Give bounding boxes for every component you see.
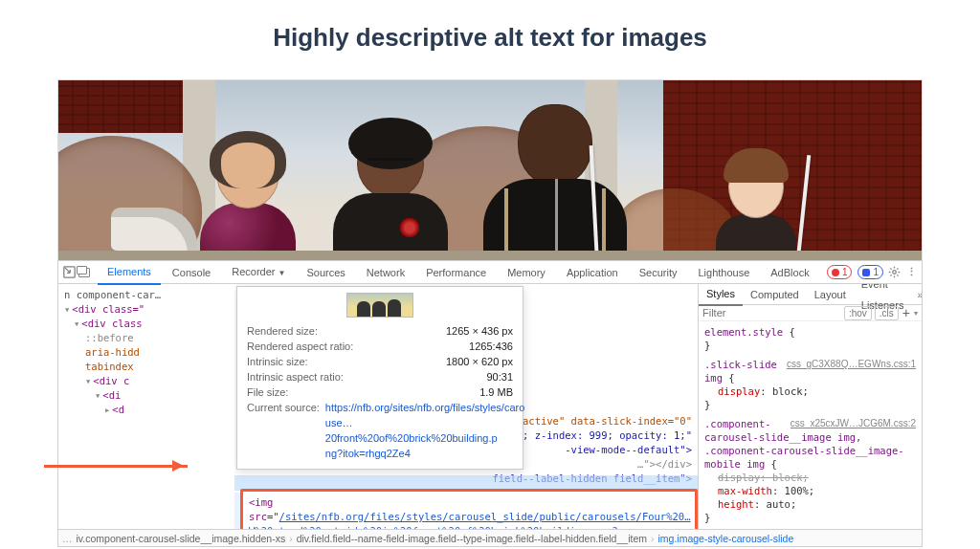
callout-arrow-icon (44, 465, 188, 468)
tab-sources[interactable]: Sources (297, 261, 354, 284)
devtools-tabbar: Elements Console Recorder ▼ Sources Netw… (58, 261, 922, 284)
hov-toggle[interactable]: :hov (844, 306, 872, 320)
tab-console[interactable]: Console (163, 261, 220, 284)
tab-elements[interactable]: Elements (98, 260, 161, 285)
tab-performance[interactable]: Performance (416, 261, 496, 284)
svg-point-1 (893, 271, 897, 274)
tab-recorder[interactable]: Recorder ▼ (222, 260, 295, 285)
gear-icon[interactable] (887, 265, 902, 279)
devtools-panel: Elements Console Recorder ▼ Sources Netw… (57, 260, 923, 547)
cls-toggle[interactable]: .cls (875, 306, 899, 320)
new-style-rule-button[interactable]: + (899, 305, 914, 320)
inspect-icon[interactable] (62, 265, 77, 279)
tab-application[interactable]: Application (557, 261, 628, 284)
dom-tree[interactable]: n component-car… <div class=" <div class… (58, 284, 234, 529)
popover-source-link[interactable]: https://nfb.org/sites/nfb.org/files/styl… (325, 402, 524, 459)
styles-tab-styles[interactable]: Styles (699, 284, 743, 306)
styles-caret-icon[interactable]: ▾ (914, 309, 918, 318)
highlighted-img-element[interactable]: <img src="/sites/nfb.org/files/styles/ca… (240, 489, 698, 529)
tab-adblock[interactable]: AdBlock (761, 261, 818, 284)
breadcrumb-item[interactable]: div.field.field--name-field-image.field-… (293, 533, 651, 544)
device-toggle-icon[interactable] (78, 268, 90, 277)
tab-network[interactable]: Network (357, 261, 414, 284)
image-hover-popover: Rendered size:1265 × 436 px Rendered asp… (236, 286, 523, 470)
styles-tab-computed[interactable]: Computed (743, 284, 807, 305)
message-badge[interactable]: 1 (858, 265, 883, 279)
breadcrumb-item-active[interactable]: img.image-style-carousel-slide (654, 533, 797, 544)
styles-panel: Styles Computed Layout Event Listeners »… (698, 284, 922, 529)
breadcrumb-item[interactable]: iv.component-carousel-slide__image.hidde… (73, 533, 290, 544)
tab-lighthouse[interactable]: Lighthouse (688, 261, 759, 284)
css-rules[interactable]: element.style { } css_gC3X88Q…EGWns.css:… (699, 321, 922, 529)
styles-tab-layout[interactable]: Layout (807, 284, 854, 305)
dom-source[interactable]: Rendered size:1265 × 436 px Rendered asp… (234, 284, 698, 529)
page-title: Highly descriptive alt text for images (0, 0, 980, 79)
hero-photo (57, 79, 923, 261)
popover-thumbnail (346, 293, 413, 318)
more-icon[interactable]: ⋮ (903, 265, 918, 279)
styles-tabs-more-icon[interactable]: » (911, 289, 922, 300)
error-badge[interactable]: 1 (827, 265, 853, 279)
dom-breadcrumb[interactable]: … iv.component-carousel-slide__image.hid… (58, 529, 922, 546)
tab-security[interactable]: Security (630, 261, 687, 284)
tab-memory[interactable]: Memory (498, 261, 555, 284)
styles-filter-input[interactable] (702, 307, 841, 318)
